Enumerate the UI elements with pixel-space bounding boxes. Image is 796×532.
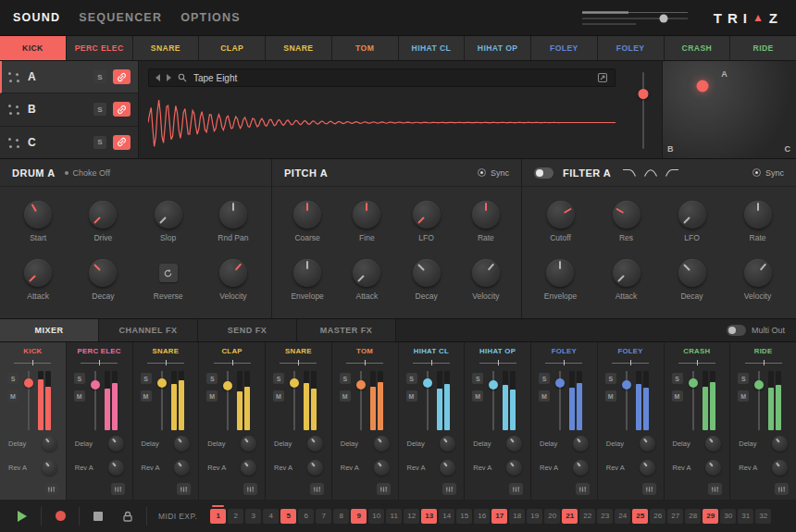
solo-button[interactable]: S <box>206 373 218 384</box>
pan-slider[interactable] <box>479 360 516 365</box>
mixer-strip[interactable]: SNARE S M Delay Rev A <box>266 342 332 500</box>
step-cell[interactable]: 1 <box>210 509 226 524</box>
volume-fader[interactable] <box>492 371 494 430</box>
step-cell[interactable]: 9 <box>351 509 367 524</box>
knob[interactable]: Start <box>24 201 52 242</box>
layer-solo-button[interactable]: S <box>93 70 106 83</box>
knob[interactable]: Coarse <box>293 201 321 242</box>
step-cell[interactable]: 25 <box>632 509 648 524</box>
step-cell[interactable]: 15 <box>456 509 472 524</box>
solo-button[interactable]: S <box>340 373 351 384</box>
knob-dial[interactable] <box>24 201 52 229</box>
knob-dial[interactable] <box>353 259 380 287</box>
fader-handle[interactable] <box>622 380 631 390</box>
solo-button[interactable]: S <box>74 373 85 384</box>
fader-handle[interactable] <box>157 378 167 388</box>
knob-dial[interactable] <box>219 259 247 287</box>
track-tab[interactable]: RIDE <box>730 36 796 60</box>
mixer-strip[interactable]: PERC ELEC S M Delay Rev A <box>67 342 133 500</box>
mixer-tab[interactable]: MASTER FX <box>297 319 396 341</box>
pan-slider[interactable] <box>214 360 251 365</box>
mixer-tab[interactable]: SEND FX <box>198 319 297 341</box>
knob-dial[interactable] <box>155 201 182 229</box>
step-cell[interactable]: 32 <box>755 509 771 524</box>
reverb-send-knob[interactable] <box>640 460 655 476</box>
mixer-tab[interactable]: CHANNEL FX <box>99 319 198 341</box>
xy-dot-handle[interactable] <box>697 80 709 93</box>
track-tab[interactable]: TOM <box>332 36 399 60</box>
reverb-send-knob[interactable] <box>772 460 788 476</box>
reverb-send-knob[interactable] <box>573 460 589 476</box>
knob[interactable]: Velocity <box>219 259 247 301</box>
highpass-icon[interactable] <box>665 167 679 178</box>
knob-dial[interactable] <box>413 259 441 287</box>
mute-button[interactable]: M <box>605 390 616 402</box>
step-cell[interactable]: 11 <box>386 509 402 524</box>
knob[interactable]: Rate <box>472 201 500 242</box>
knob-dial[interactable] <box>353 201 380 229</box>
track-tab[interactable]: CRASH <box>665 36 731 60</box>
mixer-strip[interactable]: CRASH S M Delay Rev A <box>665 342 731 500</box>
track-tab[interactable]: HIHAT CL <box>399 36 466 60</box>
fader-handle[interactable] <box>689 378 698 388</box>
track-tab[interactable]: KICK <box>0 36 67 60</box>
knob-dial[interactable] <box>613 259 641 287</box>
menu-item[interactable]: SOUND <box>13 11 60 24</box>
delay-send-knob[interactable] <box>108 436 124 452</box>
step-cell[interactable]: 20 <box>544 509 560 524</box>
fader-handle[interactable] <box>24 378 33 388</box>
fader-handle[interactable] <box>555 378 565 388</box>
delay-send-knob[interactable] <box>573 436 589 452</box>
mute-button[interactable]: M <box>273 390 284 402</box>
mute-button[interactable]: M <box>406 390 417 402</box>
knob-dial[interactable] <box>546 259 574 287</box>
pan-slider[interactable] <box>280 360 317 365</box>
channel-output-button[interactable] <box>111 483 125 495</box>
lowpass-icon[interactable] <box>622 167 637 178</box>
knob[interactable]: Rnd Pan <box>218 201 248 242</box>
multi-out-toggle[interactable]: Multi Out <box>727 319 796 341</box>
mixer-strip[interactable]: FOLEY S M Delay Rev A <box>598 342 665 500</box>
pan-slider[interactable] <box>413 360 450 365</box>
knob[interactable]: Decay <box>89 259 117 301</box>
knob-dial[interactable] <box>744 201 772 229</box>
record-button[interactable] <box>49 506 71 526</box>
layer-solo-button[interactable]: S <box>93 136 106 149</box>
knob[interactable]: LFO <box>413 201 441 242</box>
fader-handle[interactable] <box>290 378 299 388</box>
track-tab[interactable]: SNARE <box>266 36 332 60</box>
solo-button[interactable]: S <box>141 373 152 384</box>
next-sample-button[interactable] <box>167 74 171 81</box>
mute-button[interactable]: M <box>672 390 683 402</box>
volume-fader[interactable] <box>94 371 96 430</box>
reverb-send-knob[interactable] <box>174 460 190 476</box>
fader-handle[interactable] <box>223 381 232 390</box>
delay-send-knob[interactable] <box>42 436 57 452</box>
knob[interactable]: Envelope <box>291 259 323 301</box>
delay-send-knob[interactable] <box>241 436 256 452</box>
channel-output-button[interactable] <box>775 483 789 495</box>
knob[interactable]: Rate <box>744 201 772 242</box>
knob[interactable]: Slop <box>155 201 182 242</box>
solo-button[interactable]: S <box>273 373 284 384</box>
delay-send-knob[interactable] <box>174 436 190 452</box>
reverb-send-knob[interactable] <box>42 460 57 476</box>
knob[interactable]: Drive <box>89 201 117 242</box>
pan-slider[interactable] <box>612 360 649 365</box>
step-cell[interactable]: 16 <box>474 509 490 524</box>
step-cell[interactable]: 27 <box>667 509 683 524</box>
track-tab[interactable]: FOLEY <box>598 36 665 60</box>
mute-button[interactable]: M <box>74 390 85 402</box>
step-cell[interactable]: 2 <box>228 509 243 524</box>
knob-dial[interactable] <box>613 201 641 229</box>
solo-button[interactable]: S <box>672 373 683 384</box>
knob-dial[interactable] <box>89 201 117 229</box>
mixer-tab[interactable]: MIXER <box>0 319 99 341</box>
step-cell[interactable]: 24 <box>615 509 630 524</box>
volume-fader[interactable] <box>227 371 229 430</box>
knob[interactable]: Cutoff <box>547 201 575 242</box>
reverb-send-knob[interactable] <box>506 460 522 476</box>
knob[interactable]: Attack <box>24 259 52 301</box>
knob-dial[interactable] <box>413 201 441 229</box>
solo-button[interactable]: S <box>539 373 550 384</box>
